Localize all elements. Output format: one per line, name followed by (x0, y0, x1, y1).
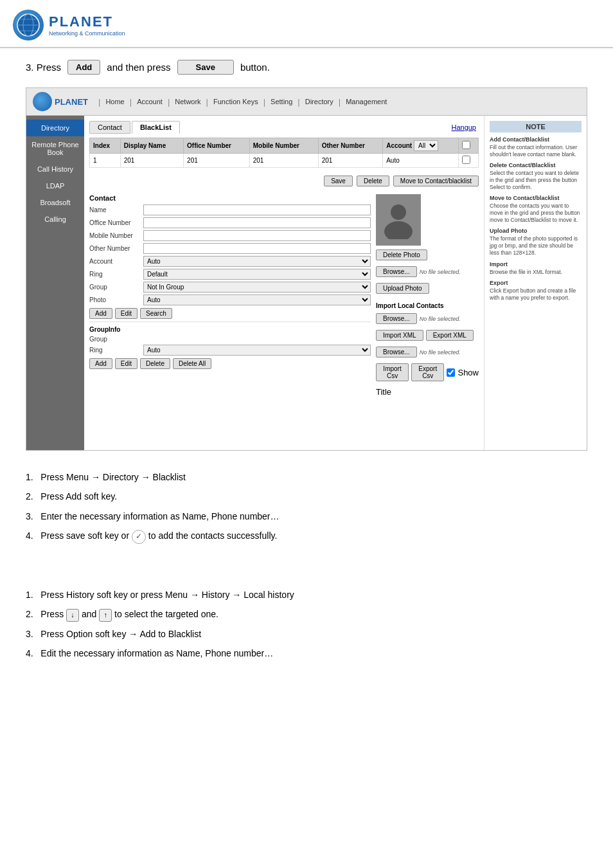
import-xml-row: Import XML Export XML (376, 330, 479, 341)
export-csv-button[interactable]: Export Csv (411, 363, 444, 381)
account-row: Account Auto 1 2 (89, 256, 371, 267)
import-csv-browse-button[interactable]: Browse... (376, 347, 417, 357)
col-index: Index (90, 138, 121, 154)
instr2-item1: 1. Press History soft key or press Menu … (26, 588, 587, 602)
logo-area: PLANET Networking & Communication (13, 10, 125, 41)
upload-photo-button[interactable]: Upload Photo (376, 283, 429, 294)
cell-account: Auto (383, 154, 459, 168)
nav-setting[interactable]: Setting (267, 96, 296, 107)
import-xml-button[interactable]: Import XML (376, 330, 423, 341)
group-delete-all-button[interactable]: Delete All (173, 358, 211, 369)
add-button[interactable]: Add (89, 308, 112, 319)
import-no-file-csv: No file selected. (420, 349, 461, 356)
col-mobile: Mobile Number (249, 138, 318, 154)
note-section-add: Add Contact/Blacklist (490, 136, 582, 143)
nav-directory[interactable]: Directory (301, 96, 337, 107)
move-to-blacklist-button[interactable]: Move to Contact/blacklist (393, 176, 479, 186)
hangup-link[interactable]: Hangup (451, 123, 476, 131)
mobile-label: Mobile Number (89, 232, 141, 239)
cell-checkbox[interactable] (459, 154, 479, 168)
delete-button[interactable]: Delete (357, 176, 389, 186)
title-row: Title (376, 387, 479, 397)
note-section-upload: Upload Photo (490, 228, 582, 234)
import-browse-button[interactable]: Browse... (376, 313, 417, 324)
col-other: Other Number (318, 138, 383, 154)
sidebar-item-call-history[interactable]: Call History (26, 161, 84, 177)
photo-select[interactable]: Auto Custom (143, 294, 371, 305)
step3-instruction: 3. Press Add and then press Save button. (0, 48, 613, 81)
sidebar-item-directory[interactable]: Directory (26, 120, 84, 136)
col-account: Account All 1 2 3 (383, 138, 459, 154)
main-ui-box: PLANET | Home | Account | Network | Func… (26, 87, 587, 451)
account-select[interactable]: Auto 1 2 (143, 256, 371, 267)
step3-save-button[interactable]: Save (177, 60, 234, 75)
group-info-section: GroupInfo Group Ring Auto Default (89, 321, 371, 369)
sidebar-item-ldap[interactable]: LDAP (26, 177, 84, 194)
form-left: Contact Name Office Number Mobile Number (89, 194, 371, 399)
note-section-export: Export (490, 280, 582, 286)
group-info-group-label: Group (89, 336, 141, 343)
export-xml-button[interactable]: Export XML (426, 330, 474, 341)
import-csv-button[interactable]: Import Csv (376, 363, 409, 381)
nav-network[interactable]: Network (171, 96, 204, 107)
office-label: Office Number (89, 219, 141, 226)
select-all-checkbox[interactable] (462, 141, 470, 149)
nav-function-keys[interactable]: Function Keys (209, 96, 262, 107)
mobile-input[interactable] (143, 230, 371, 241)
down-arrow-icon: ↓ (66, 609, 79, 622)
other-row: Other Number (89, 243, 371, 254)
name-input[interactable] (143, 204, 371, 215)
browse-button[interactable]: Browse... (376, 266, 417, 277)
group-info-ring-row: Ring Auto Default (89, 345, 371, 356)
account-label: Account (89, 258, 141, 265)
row-checkbox[interactable] (462, 156, 470, 164)
instructions-set1: 1. Press Menu → Directory → Blacklist 2.… (0, 457, 613, 562)
cell-index: 1 (90, 154, 121, 168)
group-info-ring-select[interactable]: Auto Default (143, 345, 371, 356)
note-section-delete: Delete Contact/Blacklist (490, 162, 582, 168)
sidebar-item-calling[interactable]: Calling (26, 211, 84, 228)
group-label: Group (89, 284, 141, 291)
note-text-import: Browse the file in XML format. (490, 269, 582, 276)
delete-photo-button[interactable]: Delete Photo (376, 249, 427, 260)
tab-bar: Contact BlackList Hangup (89, 121, 479, 134)
group-delete-button[interactable]: Delete (140, 358, 170, 369)
search-button[interactable]: Search (140, 308, 172, 319)
save-soft-key-icon: ✓ (132, 530, 146, 544)
sidebar-item-remote-phone-book[interactable]: Remote Phone Book (26, 136, 84, 161)
cell-other: 201 (318, 154, 383, 168)
note-section-move: Move to Contact/blacklist (490, 195, 582, 201)
note-panel: NOTE Add Contact/Blacklist Fill out the … (484, 116, 587, 450)
up-arrow-icon: ↑ (99, 609, 112, 622)
mobile-row: Mobile Number (89, 230, 371, 241)
show-checkbox[interactable] (447, 368, 455, 377)
logo-subtitle-text: Networking & Communication (49, 30, 125, 37)
account-filter-select[interactable]: All 1 2 3 (414, 140, 438, 151)
note-section-import: Import (490, 261, 582, 267)
save-button[interactable]: Save (324, 176, 353, 186)
step3-add-button[interactable]: Add (67, 60, 100, 75)
tab-contact[interactable]: Contact (89, 121, 130, 134)
group-add-button[interactable]: Add (89, 358, 112, 369)
svg-point-5 (391, 204, 406, 220)
table-row: 1 201 201 201 201 Auto (90, 154, 479, 168)
tab-left: Contact BlackList (89, 121, 180, 134)
nav-account[interactable]: Account (133, 96, 166, 107)
photo-placeholder (376, 194, 421, 246)
instr1-item3: 3. Enter the necessary information as Na… (26, 509, 587, 523)
edit-button[interactable]: Edit (115, 308, 138, 319)
nav-management[interactable]: Management (342, 96, 391, 107)
show-label: Show (458, 368, 479, 377)
sidebar-item-broadsoft[interactable]: Broadsoft (26, 194, 84, 211)
nav-home[interactable]: Home (102, 96, 128, 107)
other-input[interactable] (143, 243, 371, 254)
tab-blacklist[interactable]: BlackList (132, 121, 180, 134)
office-input[interactable] (143, 217, 371, 228)
instr2-item3: 3. Press Option soft key → Add to Blackl… (26, 627, 587, 641)
group-select[interactable]: Not In Group Group1 (143, 282, 371, 293)
group-info-ring-label: Ring (89, 347, 141, 354)
group-edit-button[interactable]: Edit (115, 358, 138, 369)
upload-photo-row: Upload Photo (376, 283, 479, 294)
import-title: Import Local Contacts (376, 302, 479, 309)
ring-select[interactable]: Default Ring1 (143, 269, 371, 280)
